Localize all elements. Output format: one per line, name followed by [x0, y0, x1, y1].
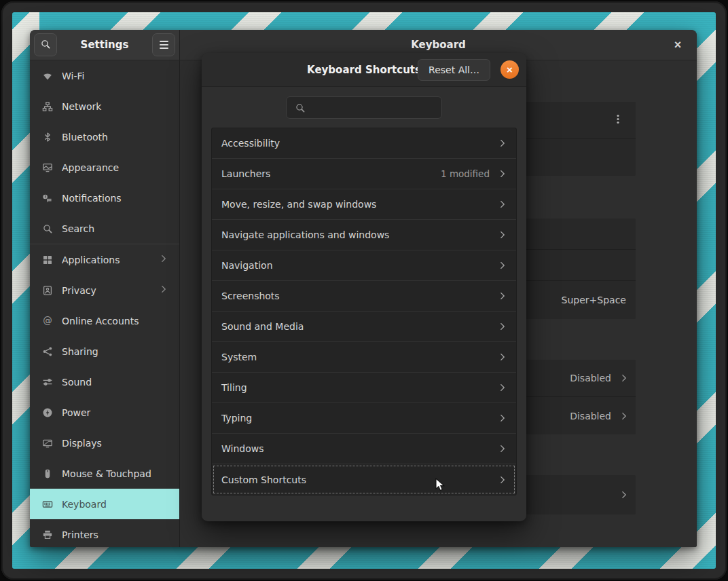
- mouse-icon: [42, 468, 54, 479]
- sidebar-item-label: Appearance: [62, 162, 119, 173]
- category-row-system[interactable]: System: [212, 342, 516, 373]
- sidebar-item-network[interactable]: Network: [30, 91, 179, 121]
- search-icon: [295, 102, 306, 113]
- shortcut-search-field[interactable]: [286, 96, 442, 119]
- reset-all-button[interactable]: Reset All…: [418, 59, 490, 81]
- sharing-icon: [42, 346, 54, 357]
- network-icon: [42, 101, 54, 112]
- category-row-move-resize-and-swap-windows[interactable]: Move, resize, and swap windows: [212, 189, 516, 220]
- category-row-custom-shortcuts[interactable]: Custom Shortcuts: [212, 464, 516, 495]
- search-icon: [40, 39, 51, 52]
- online-accounts-icon: @: [42, 316, 54, 326]
- appearance-icon: [42, 162, 54, 173]
- primary-menu-button[interactable]: [152, 33, 175, 56]
- screen: Settings Keyboard × Wi-FiNetworkBluetoot…: [0, 0, 728, 581]
- category-row-windows[interactable]: Windows: [212, 434, 516, 464]
- sidebar-item-notifications[interactable]: Notifications: [30, 183, 179, 213]
- sidebar-item-printers[interactable]: Printers: [30, 519, 179, 547]
- hamburger-icon: [160, 41, 168, 49]
- privacy-icon: [42, 285, 54, 296]
- sidebar-item-label: Online Accounts: [62, 316, 139, 326]
- sidebar-item-label: Printers: [62, 529, 98, 540]
- chevron-right-icon: [498, 169, 507, 179]
- category-detail: 1 modified: [441, 168, 490, 179]
- chevron-right-icon: [619, 373, 629, 383]
- power-icon: [42, 407, 54, 418]
- sidebar-item-label: Bluetooth: [62, 132, 108, 143]
- displays-icon: [42, 438, 54, 449]
- category-row-accessibility[interactable]: Accessibility: [212, 128, 516, 159]
- category-label: Windows: [221, 443, 264, 454]
- category-label: Sound and Media: [221, 321, 304, 332]
- category-label: Launchers: [221, 168, 270, 179]
- chevron-right-icon: [619, 411, 629, 421]
- status-value: Disabled: [570, 373, 611, 383]
- chevron-right-icon: [498, 444, 507, 453]
- sidebar-item-mouse-touchpad[interactable]: Mouse & Touchpad: [30, 458, 179, 489]
- category-row-navigation[interactable]: Navigation: [212, 250, 516, 281]
- sidebar-item-bluetooth[interactable]: Bluetooth: [30, 121, 179, 152]
- sidebar-search-button[interactable]: [34, 33, 57, 56]
- sidebar-item-label: Wi-Fi: [62, 71, 84, 81]
- sidebar-item-displays[interactable]: Displays: [30, 428, 179, 458]
- sidebar-item-keyboard[interactable]: Keyboard: [30, 489, 179, 519]
- chevron-right-icon: [619, 490, 629, 500]
- sidebar-item-label: Search: [62, 223, 94, 234]
- sidebar-item-power[interactable]: Power: [30, 397, 179, 428]
- category-row-sound-and-media[interactable]: Sound and Media: [212, 312, 516, 342]
- sidebar-item-search[interactable]: Search: [30, 213, 179, 244]
- category-row-navigate-applications-and-windows[interactable]: Navigate applications and windows: [212, 220, 516, 250]
- keyboard-icon: [42, 499, 54, 510]
- sidebar-item-label: Sharing: [62, 346, 98, 357]
- sidebar-item-appearance[interactable]: Appearance: [30, 152, 179, 183]
- keyboard-shortcuts-dialog: Keyboard Shortcuts Reset All… × Accessib…: [202, 53, 526, 521]
- sidebar-header: Settings: [30, 30, 180, 60]
- category-label: Navigation: [221, 260, 273, 271]
- category-label: System: [221, 352, 257, 362]
- sidebar-item-label: Mouse & Touchpad: [62, 468, 151, 479]
- category-label: Tiling: [221, 382, 247, 393]
- chevron-right-icon: [498, 230, 507, 240]
- category-label: Screenshots: [221, 290, 280, 301]
- notifications-icon: [42, 193, 54, 204]
- sidebar-item-privacy[interactable]: Privacy: [30, 275, 179, 305]
- page-title: Keyboard: [411, 39, 466, 51]
- sidebar-item-online-accounts[interactable]: @Online Accounts: [30, 305, 179, 336]
- sidebar-item-applications[interactable]: Applications: [30, 244, 179, 275]
- kebab-menu-icon[interactable]: [613, 114, 623, 127]
- sidebar-item-label: Privacy: [62, 285, 96, 296]
- sidebar-item-label: Sound: [62, 377, 92, 388]
- chevron-right-icon: [498, 413, 507, 423]
- window-close-button[interactable]: ×: [668, 30, 688, 60]
- category-row-screenshots[interactable]: Screenshots: [212, 281, 516, 312]
- sidebar-item-label: Power: [62, 407, 90, 418]
- category-label: Accessibility: [221, 138, 280, 149]
- search-input[interactable]: [311, 102, 436, 113]
- dialog-header: Keyboard Shortcuts Reset All… ×: [202, 53, 526, 87]
- dialog-close-button[interactable]: ×: [500, 60, 519, 79]
- sidebar-item-sharing[interactable]: Sharing: [30, 336, 179, 367]
- dialog-title: Keyboard Shortcuts: [307, 64, 421, 76]
- category-row-tiling[interactable]: Tiling: [212, 373, 516, 403]
- shortcut-value: Super+Space: [562, 295, 636, 305]
- sidebar-item-label: Keyboard: [62, 499, 107, 510]
- chevron-right-icon: [498, 200, 507, 209]
- printers-icon: [42, 529, 54, 540]
- sidebar-item-wi-fi[interactable]: Wi-Fi: [30, 60, 179, 91]
- chevron-right-icon: [498, 291, 507, 301]
- sidebar-item-label: Applications: [62, 255, 120, 265]
- category-row-typing[interactable]: Typing: [212, 403, 516, 434]
- sidebar-item-label: Displays: [62, 438, 102, 449]
- search-icon: [42, 223, 54, 234]
- wifi-icon: [42, 71, 54, 81]
- chevron-right-icon: [498, 383, 507, 392]
- category-label: Typing: [221, 413, 252, 424]
- chevron-right-icon: [159, 284, 168, 296]
- bluetooth-icon: [42, 132, 54, 143]
- chevron-right-icon: [498, 352, 507, 362]
- sidebar-item-sound[interactable]: Sound: [30, 367, 179, 397]
- category-row-launchers[interactable]: Launchers1 modified: [212, 159, 516, 189]
- settings-sidebar: Wi-FiNetworkBluetoothAppearanceNotificat…: [30, 60, 180, 547]
- chevron-right-icon: [159, 254, 168, 265]
- sidebar-item-label: Network: [62, 101, 101, 112]
